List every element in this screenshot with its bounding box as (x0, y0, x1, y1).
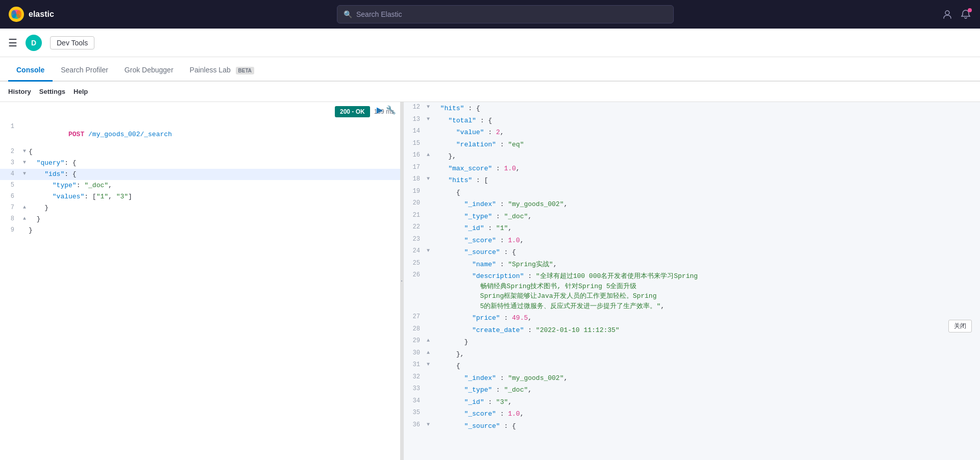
elastic-logo-icon (8, 6, 24, 22)
editor-toolbar: History Settings Help (0, 82, 980, 102)
tab-console[interactable]: Console (8, 60, 53, 82)
settings-button[interactable]: Settings (39, 86, 65, 97)
top-navigation-bar: elastic 🔍 Search Elastic (0, 0, 980, 29)
result-line: 16 ▲ }, (404, 150, 980, 162)
search-bar-container: 🔍 Search Elastic (78, 5, 933, 23)
result-line: 36 ▼ "_source" : { (404, 420, 980, 432)
result-line: 27 "price" : 49.5, (404, 312, 980, 324)
status-time-label: 189 ms (374, 108, 394, 115)
result-line: 22 "_id" : "1", (404, 222, 980, 234)
help-button[interactable]: Help (74, 86, 88, 97)
logo-text: elastic (29, 10, 54, 19)
result-line: 19 { (404, 186, 980, 198)
main-content-area: ▶ 🔧 200 - OK 189 ms 1 POST /my_goods_002… (0, 102, 980, 460)
result-line: 28 "create_date" : "2022-01-10 11:12:35" (404, 324, 980, 336)
tabs-bar: Console Search Profiler Grok Debugger Pa… (0, 57, 980, 82)
search-icon: 🔍 (344, 10, 352, 18)
result-line: 34 "_id" : "3", (404, 396, 980, 408)
editor-line: 3 ▼ "query": { (0, 158, 400, 169)
notification-badge (968, 8, 972, 12)
result-line: 13 ▼ "total" : { (404, 114, 980, 126)
editor-line: 6 "values": ["1", "3"] (0, 191, 400, 202)
tab-search-profiler[interactable]: Search Profiler (53, 60, 116, 82)
result-line: 12 ▼ "hits" : { (404, 102, 980, 114)
status-bar: 200 - OK 189 ms (0, 102, 400, 121)
editor-line: 5 "type": "_doc", (0, 180, 400, 191)
global-search-bar[interactable]: 🔍 Search Elastic (337, 5, 674, 23)
editor-line: 2 ▼ { (0, 146, 400, 158)
history-button[interactable]: History (8, 86, 31, 97)
result-line: 32 "_index" : "my_goods_002", (404, 372, 980, 384)
result-line: 20 "_index" : "my_goods_002", (404, 198, 980, 210)
user-avatar: D (26, 35, 42, 51)
editor-line: 1 POST /my_goods_002/_search (0, 121, 400, 146)
editor-panel: ▶ 🔧 200 - OK 189 ms 1 POST /my_goods_002… (0, 102, 401, 460)
svg-point-5 (945, 11, 949, 15)
editor-line: 8 ▲ } (0, 214, 400, 225)
close-button[interactable]: 关闭 (948, 320, 972, 333)
logo-area: elastic (8, 6, 69, 22)
result-line: 29 ▲ } (404, 336, 980, 348)
result-line: 31 ▼ { (404, 360, 980, 372)
svg-point-4 (16, 10, 21, 18)
result-line: 25 "name" : "Spring实战", (404, 258, 980, 270)
notifications-icon[interactable] (960, 8, 972, 20)
tab-grok-debugger[interactable]: Grok Debugger (116, 60, 182, 82)
result-line: 14 "value" : 2, (404, 126, 980, 138)
result-line: 23 "_score" : 1.0, (404, 234, 980, 246)
editor-line: 9 } (0, 225, 400, 236)
search-placeholder-text: Search Elastic (356, 10, 402, 18)
result-line: 33 "_type" : "_doc", (404, 384, 980, 396)
app-header-bar: ☰ D Dev Tools (0, 29, 980, 57)
status-ok-badge: 200 - OK (335, 106, 370, 117)
dev-tools-button[interactable]: Dev Tools (50, 36, 94, 49)
beta-badge: BETA (236, 67, 254, 74)
result-line: 26 "description" : "全球有超过100 000名开发者使用本书… (404, 270, 980, 312)
tab-painless-lab[interactable]: Painless Lab BETA (182, 60, 263, 82)
result-line: 35 "_score" : 1.0, (404, 407, 980, 420)
result-line: 17 "max_score" : 1.0, (404, 162, 980, 174)
editor-line: 4 ▼ "ids": { (0, 169, 400, 180)
code-editor[interactable]: 1 POST /my_goods_002/_search 2 ▼ { 3 ▼ "… (0, 121, 400, 460)
results-panel[interactable]: 12 ▼ "hits" : { 13 ▼ "total" : { 14 "val… (404, 102, 980, 460)
result-line: 15 "relation" : "eq" (404, 138, 980, 150)
editor-line: 7 ▲ } (0, 202, 400, 214)
result-line: 30 ▲ }, (404, 348, 980, 360)
hamburger-menu-icon[interactable]: ☰ (8, 37, 17, 49)
result-line: 21 "_type" : "_doc", (404, 210, 980, 222)
top-bar-actions (941, 8, 972, 20)
user-profile-icon[interactable] (941, 8, 953, 20)
result-line: 18 ▼ "hits" : [ (404, 174, 980, 186)
result-line: 24 ▼ "_source" : { (404, 246, 980, 258)
svg-point-3 (11, 10, 16, 18)
